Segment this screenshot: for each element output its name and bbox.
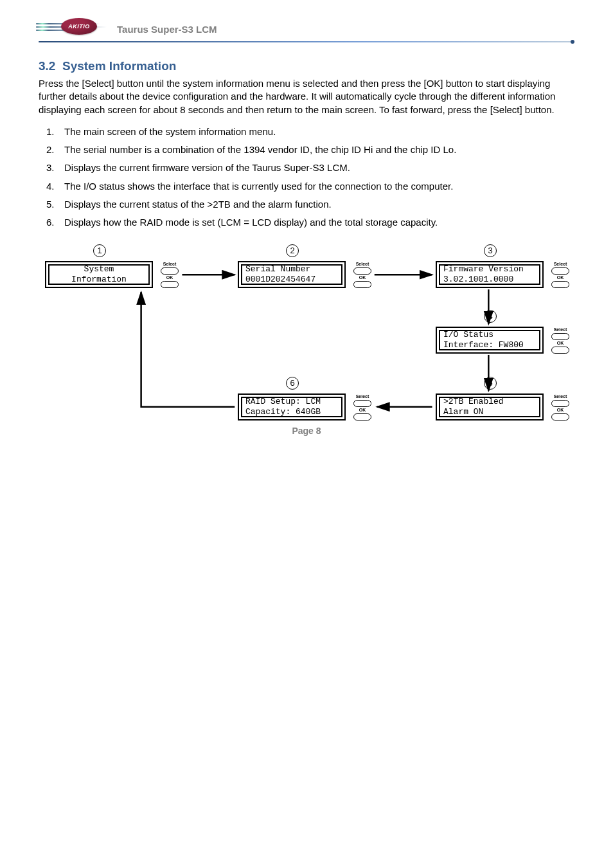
section-heading: 3.2 System Information — [39, 59, 574, 73]
select-button[interactable] — [551, 267, 569, 275]
lcd-screen-3: Firmware Version 3.02.1001.0000 — [436, 261, 544, 288]
header-divider — [39, 41, 574, 42]
ok-button-label: OK — [557, 341, 564, 345]
step-badge-1: 1 — [93, 244, 106, 257]
button-group: Select OK — [547, 261, 573, 288]
section-number: 3.2 — [39, 59, 55, 73]
lcd-line: 3.02.1001.0000 — [443, 275, 536, 285]
select-button[interactable] — [551, 333, 569, 340]
select-button-label: Select — [356, 262, 369, 266]
step-badge-3: 3 — [484, 244, 497, 257]
list-item: 3.Displays the current firmware version … — [64, 161, 574, 174]
ok-button-label: OK — [166, 275, 173, 280]
lcd-line: Interface: FW800 — [443, 340, 536, 350]
brand-logo: AKITIO — [39, 19, 109, 39]
page-header: AKITIO Taurus Super-S3 LCM — [39, 19, 574, 39]
numbered-list: 1.The main screen of the system informat… — [39, 125, 574, 230]
lcd-screen-5: >2TB Enabled Alarm ON — [436, 393, 544, 420]
select-button-label: Select — [554, 394, 567, 399]
product-name: Taurus Super-S3 LCM — [117, 24, 217, 35]
step-badge-4: 4 — [484, 310, 497, 323]
lcd-screen-2: Serial Number 0001D202454647 — [238, 261, 346, 288]
select-button[interactable] — [353, 267, 371, 275]
section-title: System Information — [62, 59, 176, 73]
list-item: 4.The I/O status shows the interface tha… — [64, 180, 574, 193]
intro-paragraph: Press the [Select] button until the syst… — [39, 77, 574, 116]
lcd-line: Information — [71, 275, 127, 285]
ok-button[interactable] — [551, 281, 569, 288]
ok-button-label: OK — [359, 408, 366, 412]
ok-button[interactable] — [161, 281, 179, 288]
brand-logo-text: AKITIO — [61, 18, 97, 35]
select-button-label: Select — [554, 327, 567, 332]
lcd-line: Firmware Version — [443, 264, 536, 275]
select-button[interactable] — [353, 400, 371, 407]
select-button[interactable] — [551, 400, 569, 407]
button-group: Select OK — [157, 261, 182, 288]
page-footer: Page 8 — [0, 426, 613, 436]
select-button-label: Select — [554, 262, 567, 266]
lcd-screen-1: System Information — [45, 261, 153, 288]
list-item: 6.Displays how the RAID mode is set (LCM… — [64, 216, 574, 229]
ok-button-label: OK — [557, 275, 564, 280]
lcd-line: >2TB Enabled — [443, 397, 536, 407]
button-group: Select OK — [350, 261, 375, 288]
lcd-screen-6: RAID Setup: LCM Capacity: 640GB — [238, 393, 346, 420]
button-group: Select OK — [350, 393, 375, 420]
button-group: Select OK — [547, 327, 573, 354]
lcd-line: I/O Status — [443, 330, 536, 340]
step-badge-2: 2 — [286, 244, 299, 257]
step-badge-6: 6 — [286, 377, 299, 390]
lcd-line: Alarm ON — [443, 407, 536, 417]
select-button[interactable] — [161, 267, 179, 275]
lcd-screen-4: I/O Status Interface: FW800 — [436, 327, 544, 354]
lcd-line: RAID Setup: LCM — [245, 397, 338, 407]
lcd-line: System — [84, 264, 114, 275]
ok-button[interactable] — [353, 413, 371, 420]
flow-diagram: 1 2 3 4 5 6 System Information Select OK… — [39, 243, 574, 429]
lcd-line: Capacity: 640GB — [245, 407, 338, 417]
select-button-label: Select — [356, 394, 369, 399]
lcd-line: 0001D202454647 — [245, 275, 338, 285]
list-item: 2.The serial number is a combination of … — [64, 143, 574, 156]
select-button-label: Select — [163, 262, 177, 266]
ok-button[interactable] — [551, 413, 569, 420]
button-group: Select OK — [547, 393, 573, 420]
lcd-line: Serial Number — [245, 264, 338, 275]
list-item: 5.Displays the current status of the >2T… — [64, 198, 574, 211]
ok-button[interactable] — [353, 281, 371, 288]
step-badge-5: 5 — [484, 377, 497, 390]
ok-button-label: OK — [557, 408, 564, 412]
ok-button[interactable] — [551, 347, 569, 354]
list-item: 1.The main screen of the system informat… — [64, 125, 574, 138]
ok-button-label: OK — [359, 275, 366, 280]
